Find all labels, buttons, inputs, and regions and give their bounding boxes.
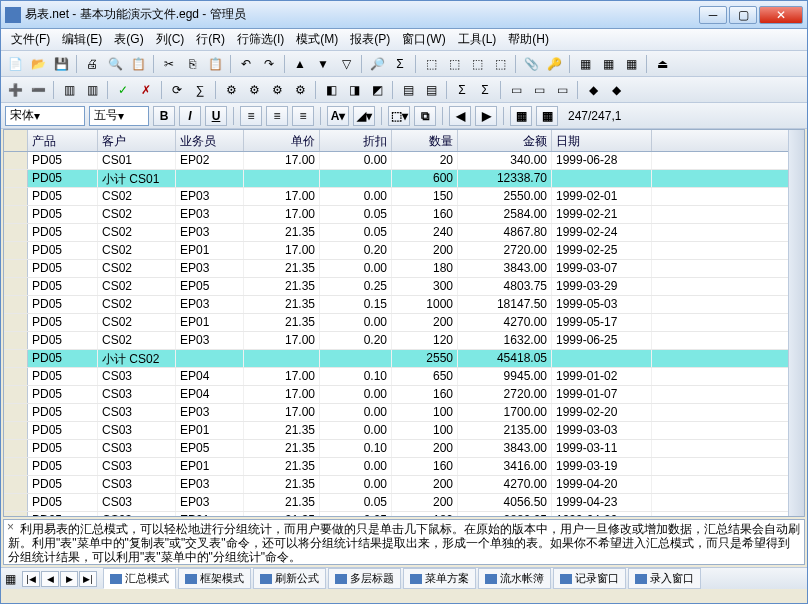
- cell[interactable]: PD05: [28, 278, 98, 295]
- cell[interactable]: 100: [392, 404, 458, 421]
- layout-b-icon[interactable]: ▦: [536, 106, 558, 126]
- cell[interactable]: PD05: [28, 260, 98, 277]
- new-icon[interactable]: 📄: [5, 54, 25, 74]
- cell[interactable]: EP05: [176, 278, 244, 295]
- mode-c-icon[interactable]: ◩: [367, 80, 387, 100]
- cell[interactable]: CS02: [98, 278, 176, 295]
- paste-icon[interactable]: 📋: [205, 54, 225, 74]
- table-row[interactable]: PD05CS03EP0321.350.002004270.001999-04-2…: [4, 476, 788, 494]
- maximize-button[interactable]: ▢: [729, 6, 757, 24]
- cell[interactable]: 小计 CS02: [98, 350, 176, 367]
- cell[interactable]: EP03: [176, 296, 244, 313]
- refresh-icon[interactable]: ⟳: [167, 80, 187, 100]
- sort-desc-icon[interactable]: ▼: [313, 54, 333, 74]
- cell[interactable]: EP01: [176, 314, 244, 331]
- cell[interactable]: 160: [392, 458, 458, 475]
- table-row[interactable]: PD05CS03EP0321.350.052004056.501999-04-2…: [4, 494, 788, 512]
- copy-icon[interactable]: ⎘: [182, 54, 202, 74]
- print-icon[interactable]: 🖨: [82, 54, 102, 74]
- undo-icon[interactable]: ↶: [236, 54, 256, 74]
- cell[interactable]: 0.00: [320, 404, 392, 421]
- cell[interactable]: EP02: [176, 152, 244, 169]
- cell[interactable]: 200: [392, 476, 458, 493]
- close-button[interactable]: ✕: [759, 6, 803, 24]
- cell[interactable]: 240: [392, 224, 458, 241]
- cell[interactable]: EP03: [176, 332, 244, 349]
- table-row[interactable]: PD05CS02EP0321.350.052404867.801999-02-2…: [4, 224, 788, 242]
- mode-tab[interactable]: 框架模式: [178, 568, 251, 589]
- table-row[interactable]: PD05CS02EP0121.350.002004270.001999-05-1…: [4, 314, 788, 332]
- cell[interactable]: CS03: [98, 422, 176, 439]
- nav-next-icon[interactable]: ▶: [60, 571, 78, 587]
- border-icon[interactable]: ⬚▾: [388, 106, 410, 126]
- sort-asc-icon[interactable]: ▲: [290, 54, 310, 74]
- cell[interactable]: CS03: [98, 458, 176, 475]
- cell[interactable]: 4270.00: [458, 476, 552, 493]
- cell[interactable]: 1999-03-03: [552, 422, 652, 439]
- cell[interactable]: 21.35: [244, 296, 320, 313]
- cell[interactable]: EP01: [176, 242, 244, 259]
- cell[interactable]: PD05: [28, 224, 98, 241]
- col-price[interactable]: 单价: [244, 130, 320, 151]
- cell[interactable]: 1999-05-03: [552, 296, 652, 313]
- cell[interactable]: 1999-01-02: [552, 368, 652, 385]
- cell[interactable]: 18147.50: [458, 296, 552, 313]
- extra-a-icon[interactable]: ◆: [583, 80, 603, 100]
- cell[interactable]: 1999-02-25: [552, 242, 652, 259]
- cell[interactable]: 0.20: [320, 242, 392, 259]
- op-a-icon[interactable]: ⚙: [221, 80, 241, 100]
- cell[interactable]: [552, 350, 652, 367]
- menu-item[interactable]: 行筛选(I): [231, 29, 290, 50]
- table-row[interactable]: PD05CS03EP0317.000.001001700.001999-02-2…: [4, 404, 788, 422]
- sum-icon[interactable]: Σ: [390, 54, 410, 74]
- mode-tab[interactable]: 流水帐簿: [478, 568, 551, 589]
- cell[interactable]: CS03: [98, 368, 176, 385]
- cell[interactable]: 2584.00: [458, 206, 552, 223]
- cell[interactable]: 21.35: [244, 224, 320, 241]
- cell[interactable]: 12338.70: [458, 170, 552, 187]
- cell[interactable]: 21.35: [244, 476, 320, 493]
- table-row[interactable]: PD05CS03EP0121.350.251802882.251999-04-2…: [4, 512, 788, 516]
- mode-tab[interactable]: 多层标题: [328, 568, 401, 589]
- cell[interactable]: CS03: [98, 494, 176, 511]
- cell[interactable]: CS02: [98, 260, 176, 277]
- view-b-icon[interactable]: ▤: [421, 80, 441, 100]
- cell[interactable]: [176, 350, 244, 367]
- cell[interactable]: PD05: [28, 206, 98, 223]
- sigma2-icon[interactable]: Σ: [475, 80, 495, 100]
- preview-icon[interactable]: 🔍: [105, 54, 125, 74]
- table-row[interactable]: PD05小计 CS02255045418.05: [4, 350, 788, 368]
- cell[interactable]: 180: [392, 512, 458, 516]
- cell[interactable]: 21.35: [244, 494, 320, 511]
- col-a-icon[interactable]: ▥: [59, 80, 79, 100]
- cell[interactable]: PD05: [28, 152, 98, 169]
- menu-item[interactable]: 文件(F): [5, 29, 56, 50]
- cell[interactable]: CS02: [98, 296, 176, 313]
- cell[interactable]: 1999-01-07: [552, 386, 652, 403]
- cell[interactable]: EP03: [176, 206, 244, 223]
- cell[interactable]: 9945.00: [458, 368, 552, 385]
- table-row[interactable]: PD05CS02EP0521.350.253004803.751999-03-2…: [4, 278, 788, 296]
- cell[interactable]: PD05: [28, 386, 98, 403]
- cross-icon[interactable]: ✗: [136, 80, 156, 100]
- cell[interactable]: 1999-04-23: [552, 494, 652, 511]
- layout-a-icon[interactable]: ▦: [510, 106, 532, 126]
- extra-b-icon[interactable]: ◆: [606, 80, 626, 100]
- col-date[interactable]: 日期: [552, 130, 652, 151]
- grid-c-icon[interactable]: ▦: [621, 54, 641, 74]
- open-icon[interactable]: 📂: [28, 54, 48, 74]
- cell[interactable]: PD05: [28, 476, 98, 493]
- cell[interactable]: EP01: [176, 422, 244, 439]
- col-discount[interactable]: 折扣: [320, 130, 392, 151]
- cell[interactable]: 0.00: [320, 152, 392, 169]
- table-row[interactable]: PD05CS02EP0317.000.051602584.001999-02-2…: [4, 206, 788, 224]
- menu-item[interactable]: 列(C): [150, 29, 191, 50]
- cell[interactable]: 120: [392, 332, 458, 349]
- italic-button[interactable]: I: [179, 106, 201, 126]
- cell[interactable]: 1999-02-20: [552, 404, 652, 421]
- cell[interactable]: 21.35: [244, 458, 320, 475]
- cell[interactable]: 160: [392, 206, 458, 223]
- cell[interactable]: 4056.50: [458, 494, 552, 511]
- cell[interactable]: 2720.00: [458, 386, 552, 403]
- cell[interactable]: 21.35: [244, 512, 320, 516]
